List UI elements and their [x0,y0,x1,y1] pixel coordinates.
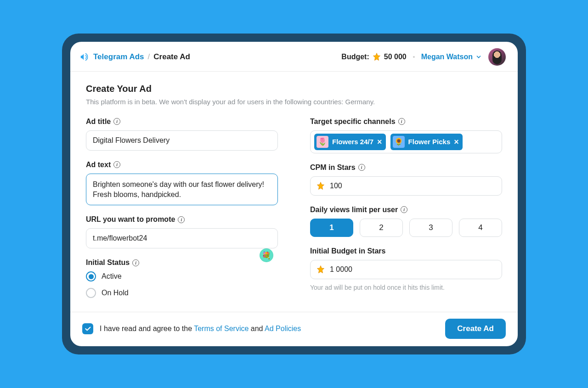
dot-separator [413,56,415,58]
daily-views-segmented: 1 2 3 4 [310,219,502,237]
initial-budget-input[interactable]: 1 0000 [310,260,502,279]
info-icon[interactable]: i [178,216,185,223]
views-option-2[interactable]: 2 [360,219,403,237]
cpm-input[interactable]: 100 [310,176,502,196]
create-ad-button[interactable]: Create Ad [445,319,506,339]
remove-chip-icon[interactable]: × [454,138,459,146]
channel-chip: 🌻 Flower Picks × [390,134,463,150]
field-cpm: CPM in Stars i 100 [310,163,502,196]
radio-icon [86,271,96,281]
daily-views-label: Daily views limit per user [310,206,398,214]
views-option-3[interactable]: 3 [409,219,452,237]
channel-chip-label: Flower Picks [408,138,451,146]
info-icon[interactable]: i [132,259,139,266]
status-radio-group: Active On Hold [86,271,278,298]
user-dropdown[interactable]: Megan Watson [421,53,482,61]
page-subtitle: This platform is in beta. We won't displ… [86,98,502,106]
initial-budget-hint: Your ad will be put on hold once it hits… [310,284,502,291]
page-title: Create Your Ad [86,84,502,94]
channel-thumb-icon: 🌻 [393,136,405,148]
agree-prefix: I have read and agree to the [100,325,194,332]
star-icon [316,181,325,191]
channels-input[interactable]: 🌷 Flowers 24/7 × 🌻 Flower Picks × [310,130,502,153]
right-column: Target specific channels i 🌷 Flowers 24/… [310,118,502,308]
field-ad-title: Ad title i Digital Flowers Delivery [86,118,278,151]
star-icon [316,265,325,274]
field-initial-budget: Initial Budget in Stars 1 0000 Your ad w… [310,247,502,291]
check-icon [84,325,91,332]
channel-chip: 🌷 Flowers 24/7 × [314,134,386,150]
topbar-right: Budget: 50 000 Megan Watson [341,48,506,66]
agree-checkbox[interactable] [82,323,93,334]
url-input[interactable]: t.me/flowerbot24 [86,228,278,248]
budget-display: Budget: 50 000 [341,52,406,62]
agree-mid: and [249,325,265,332]
budget-value: 50 000 [384,53,407,61]
radio-icon [86,288,96,298]
initial-status-label: Initial Status [86,259,130,267]
field-url: URL you want to promote i t.me/flowerbot… [86,215,278,248]
form-grid: Ad title i Digital Flowers Delivery Ad t… [86,118,502,308]
info-icon[interactable]: i [113,161,120,168]
left-column: Ad title i Digital Flowers Delivery Ad t… [86,118,278,308]
brand-link[interactable]: Telegram Ads [93,52,144,62]
views-option-1[interactable]: 1 [310,219,353,237]
topbar: Telegram Ads / Create Ad Budget: 50 000 … [70,42,518,72]
ad-policies-link[interactable]: Ad Policies [265,325,301,332]
device-frame: Telegram Ads / Create Ad Budget: 50 000 … [62,34,526,354]
status-active-label: Active [102,272,122,281]
info-icon[interactable]: i [358,164,365,171]
avatar[interactable] [488,48,506,66]
breadcrumb-separator: / [148,52,150,62]
initial-budget-label: Initial Budget in Stars [310,247,385,255]
field-daily-views: Daily views limit per user i 1 2 3 4 [310,206,502,237]
ad-text-label: Ad text [86,161,111,169]
ad-title-input[interactable]: Digital Flowers Delivery [86,130,278,151]
user-name: Megan Watson [421,53,473,61]
remove-chip-icon[interactable]: × [377,138,382,146]
status-option-on-hold[interactable]: On Hold [86,288,278,298]
field-initial-status: Initial Status i Active On Hold [86,259,278,298]
status-option-active[interactable]: Active [86,271,278,281]
megaphone-icon [79,52,90,62]
footer-bar: I have read and agree to the Terms of Se… [70,312,518,346]
url-label: URL you want to promote [86,215,175,224]
breadcrumb-current: Create Ad [153,52,190,62]
agree-text: I have read and agree to the Terms of Se… [100,325,301,333]
ad-title-label: Ad title [86,118,111,126]
info-icon[interactable]: i [113,118,120,125]
field-ad-text: Ad text i Brighten someone's day with ou… [86,161,278,205]
cpm-value: 100 [330,182,342,190]
status-onhold-label: On Hold [102,289,129,297]
target-channels-label: Target specific channels [310,118,396,126]
brand[interactable]: Telegram Ads [79,52,144,62]
cpm-label: CPM in Stars [310,163,356,172]
content: Create Your Ad This platform is in beta.… [70,72,518,310]
app-window: Telegram Ads / Create Ad Budget: 50 000 … [70,42,518,346]
chevron-down-icon [475,54,482,60]
tos-link[interactable]: Terms of Service [194,325,249,332]
ad-text-input[interactable]: Brighten someone's day with our fast flo… [86,174,278,205]
info-icon[interactable]: i [401,206,407,213]
initial-budget-value: 1 0000 [330,265,352,274]
views-option-4[interactable]: 4 [459,219,502,237]
channel-chip-label: Flowers 24/7 [332,138,373,146]
field-target-channels: Target specific channels i 🌷 Flowers 24/… [310,118,502,153]
star-icon [372,52,381,62]
url-preview-thumb: 💐 [260,248,273,262]
info-icon[interactable]: i [398,118,405,125]
channel-thumb-icon: 🌷 [317,136,328,148]
budget-label: Budget: [341,53,369,61]
